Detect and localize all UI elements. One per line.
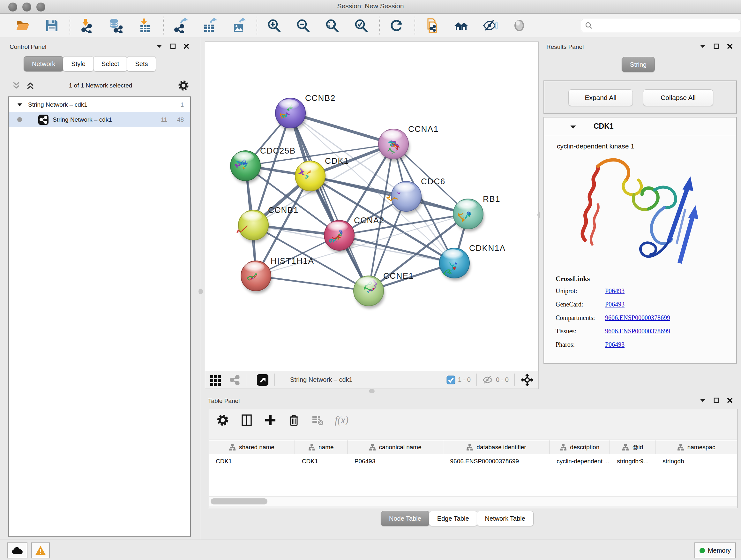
splitter-handle[interactable] <box>199 289 203 294</box>
network-node-HIST1H1A[interactable]: HIST1H1A <box>241 256 314 297</box>
network-edge-HIST1H1A-CCNE1[interactable] <box>256 276 368 291</box>
panel-menu-icon[interactable] <box>699 44 706 49</box>
birds-eye-view-icon[interactable] <box>229 374 241 386</box>
crosslink-label: Compartments: <box>556 314 605 321</box>
network-collection-row[interactable]: String Network – cdk1 1 <box>9 97 190 112</box>
gear-icon[interactable] <box>178 79 190 91</box>
search-input[interactable] <box>581 19 740 32</box>
panel-float-icon[interactable] <box>714 44 719 49</box>
clone-network-button[interactable] <box>425 18 440 33</box>
table-cell[interactable]: CDK1 <box>295 458 347 465</box>
network-selection-row: 1 of 1 Network selected <box>0 77 201 95</box>
results-tab-string[interactable]: String <box>622 57 655 72</box>
show-graphics-details-button[interactable] <box>512 18 527 33</box>
control-tab-network[interactable]: Network <box>23 56 64 71</box>
warning-button[interactable] <box>31 543 50 558</box>
home-string-button[interactable] <box>454 18 468 33</box>
column-header-id[interactable]: @id <box>610 440 656 454</box>
splitter-handle[interactable] <box>369 389 375 393</box>
string-network-icon <box>38 114 49 125</box>
refresh-button[interactable] <box>389 18 404 33</box>
table-row[interactable]: CDK1CDK1P064939606.ENSP00000378699cyclin… <box>209 454 737 469</box>
title-bar: Session: New Session <box>0 0 741 14</box>
crosslinks-title: CrossLinks <box>556 274 670 283</box>
export-network-button[interactable] <box>173 18 188 33</box>
tree-expander-icon[interactable] <box>17 103 22 107</box>
panel-close-icon[interactable] <box>184 44 189 49</box>
zoom-selected-button[interactable] <box>354 18 368 33</box>
import-network-from-database-button[interactable] <box>109 18 124 33</box>
column-header-name[interactable]: name <box>295 440 347 454</box>
import-table-button[interactable] <box>138 18 152 33</box>
column-header-canonicalname[interactable]: canonical name <box>347 440 443 454</box>
crosslink-label: GeneCard: <box>556 301 605 308</box>
selected-checkbox-icon[interactable] <box>447 375 455 384</box>
crosslink-link[interactable]: 9606.ENSP00000378699 <box>605 314 670 321</box>
collapse-all-button[interactable]: Collapse All <box>643 89 713 106</box>
zoom-fit-button[interactable] <box>325 18 340 33</box>
table-cell[interactable]: P06493 <box>347 458 443 465</box>
network-node-CCNA1[interactable]: CCNA1 <box>379 124 439 162</box>
network-node-CDC25B[interactable]: CDC25B <box>230 146 296 183</box>
panel-float-icon[interactable] <box>170 44 176 49</box>
column-header-namespac[interactable]: namespac <box>656 440 737 454</box>
delete-table-icon[interactable] <box>311 414 324 427</box>
table-tab-node-table[interactable]: Node Table <box>381 511 429 526</box>
column-header-description[interactable]: description <box>549 440 610 454</box>
crosslink-label: Uniprot: <box>556 287 605 295</box>
expand-all-button[interactable]: Expand All <box>568 89 633 106</box>
table-cell[interactable]: stringdb <box>656 458 737 465</box>
table-gear-icon[interactable] <box>216 414 229 427</box>
save-session-button[interactable] <box>44 18 59 33</box>
collapse-icon[interactable] <box>569 125 577 129</box>
panel-menu-icon[interactable] <box>699 398 706 402</box>
control-tab-select[interactable]: Select <box>93 56 128 71</box>
zoom-in-button[interactable] <box>267 18 281 33</box>
table-horizontal-scrollbar[interactable] <box>209 496 737 506</box>
network-node-CCNB1[interactable]: CCNB1 <box>236 205 299 243</box>
table-cell[interactable]: 9606.ENSP00000378699 <box>443 458 550 465</box>
panel-menu-icon[interactable] <box>156 44 162 49</box>
import-network-button[interactable] <box>80 18 94 33</box>
node-label-CCNE1: CCNE1 <box>383 271 414 281</box>
table-cell[interactable]: stringdb:9... <box>610 458 656 465</box>
open-session-button[interactable] <box>15 18 30 33</box>
column-header-databaseidentifier[interactable]: database identifier <box>443 440 550 454</box>
control-tab-style[interactable]: Style <box>63 56 93 71</box>
cloud-button[interactable] <box>7 543 27 558</box>
table-cell[interactable]: CDK1 <box>209 458 295 465</box>
show-columns-icon[interactable] <box>240 414 253 427</box>
crosslink-link[interactable]: P06493 <box>605 301 624 308</box>
add-column-icon[interactable] <box>264 414 277 427</box>
crosslink-link[interactable]: P06493 <box>605 287 624 295</box>
open-in-window-icon[interactable] <box>257 374 269 386</box>
control-tab-sets[interactable]: Sets <box>127 56 156 71</box>
network-node-CDC6[interactable]: CDC6 <box>387 177 446 219</box>
hide-unhide-button[interactable] <box>483 18 497 33</box>
table-tab-edge-table[interactable]: Edge Table <box>429 511 477 526</box>
export-table-button[interactable] <box>202 18 217 33</box>
export-image-button[interactable] <box>231 18 246 33</box>
strip-separator <box>247 374 247 386</box>
panel-close-icon[interactable] <box>727 397 733 403</box>
network-row[interactable]: String Network – cdk1 11 48 <box>9 112 190 127</box>
column-header-sharedname[interactable]: shared name <box>209 440 295 454</box>
crosslink-link[interactable]: 9606.ENSP00000378699 <box>605 327 670 335</box>
scrollbar-thumb[interactable] <box>211 498 267 504</box>
table-tab-network-table[interactable]: Network Table <box>477 511 534 526</box>
grid-view-icon[interactable] <box>210 374 222 386</box>
function-builder-button[interactable]: f(x) <box>335 415 348 426</box>
table-cell[interactable]: cyclin-dependent ... <box>549 458 610 465</box>
protein-card-header[interactable]: CDK1 <box>544 118 736 136</box>
zoom-out-button[interactable] <box>296 18 311 33</box>
fit-content-icon[interactable] <box>521 373 534 387</box>
network-canvas[interactable]: CCNB2CCNA1CDC25BCDK1CDC6RB1CCNB1CCNA2CDK… <box>205 42 539 371</box>
panel-close-icon[interactable] <box>727 44 733 49</box>
memory-button[interactable]: Memory <box>694 543 736 558</box>
network-node-CDKN1A[interactable]: CDKN1A <box>440 243 506 282</box>
panel-float-icon[interactable] <box>714 397 719 403</box>
toolbar-separator <box>379 17 380 35</box>
crosslink-link[interactable]: P06493 <box>605 341 624 348</box>
delete-column-icon[interactable] <box>287 414 300 427</box>
network-node-RB1[interactable]: RB1 <box>453 194 500 232</box>
